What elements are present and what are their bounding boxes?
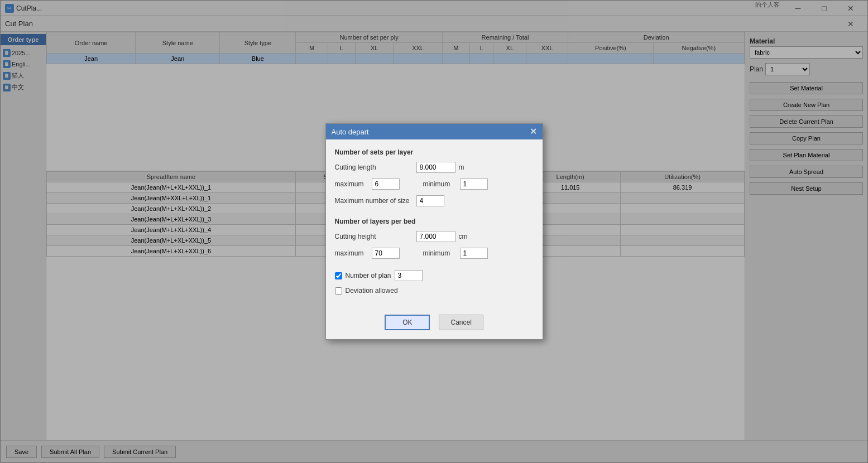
cutting-length-row: Cutting length m (335, 162, 534, 173)
max-label: maximum (335, 180, 368, 188)
num-of-plan-input[interactable] (395, 270, 423, 281)
layers-max-label: maximum (335, 249, 368, 257)
deviation-row: Deviation allowed (335, 287, 534, 295)
cutting-length-label: Cutting length (335, 163, 413, 171)
num-of-plan-row: Number of plan (335, 270, 534, 281)
min-label: minimum (423, 180, 457, 188)
max-min-row: maximum minimum (335, 179, 534, 190)
modal-title: Auto depart (332, 128, 369, 136)
max-num-size-row: Maximum number of size (335, 195, 534, 206)
cutting-height-label: Cutting height (335, 233, 413, 240)
layers-min-label: minimum (423, 249, 457, 257)
num-of-plan-label: Number of plan (346, 272, 391, 279)
max-num-size-input[interactable] (416, 195, 444, 206)
max-num-size-label: Maximum number of size (335, 197, 413, 205)
cutting-length-unit: m (459, 163, 464, 171)
min-input[interactable] (460, 179, 488, 190)
cutting-length-input[interactable] (416, 162, 455, 173)
cutting-height-unit: cm (459, 233, 468, 240)
modal-cancel-button[interactable]: Cancel (439, 315, 483, 330)
layers-min-input[interactable] (460, 248, 488, 259)
section-sets-per-layer: Number of sets per layer (335, 148, 534, 156)
modal-title-bar: Auto depart ✕ (326, 124, 543, 139)
deviation-label: Deviation allowed (346, 287, 398, 295)
auto-depart-modal: Auto depart ✕ Number of sets per layer C… (325, 123, 543, 340)
num-of-plan-checkbox[interactable] (335, 272, 342, 279)
section-layers-per-bed: Number of layers per bed (335, 218, 534, 225)
modal-ok-button[interactable]: OK (385, 315, 430, 330)
cutting-height-row: Cutting height cm (335, 231, 534, 242)
modal-close-button[interactable]: ✕ (530, 127, 537, 136)
layers-max-min-row: maximum minimum (335, 248, 534, 259)
cutting-height-input[interactable] (416, 231, 455, 242)
modal-footer: OK Cancel (326, 309, 543, 339)
modal-body: Number of sets per layer Cutting length … (326, 139, 543, 309)
max-input[interactable] (372, 179, 400, 190)
deviation-checkbox[interactable] (335, 287, 342, 295)
layers-max-input[interactable] (372, 248, 400, 259)
modal-overlay: Auto depart ✕ Number of sets per layer C… (0, 0, 868, 463)
